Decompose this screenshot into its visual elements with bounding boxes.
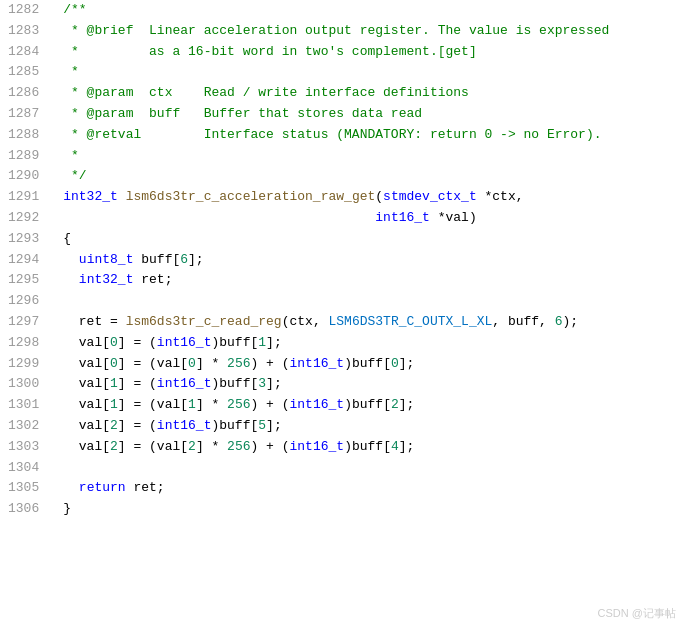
line-code: int16_t *val) bbox=[55, 208, 688, 229]
line-code: * as a 16-bit word in two's complement.[… bbox=[55, 42, 688, 63]
line-number: 1293 bbox=[0, 229, 55, 250]
table-row: 1294 uint8_t buff[6]; bbox=[0, 250, 688, 271]
line-code: val[0] = (int16_t)buff[1]; bbox=[55, 333, 688, 354]
table-row: 1295 int32_t ret; bbox=[0, 270, 688, 291]
line-number: 1298 bbox=[0, 333, 55, 354]
table-row: 1305 return ret; bbox=[0, 478, 688, 499]
line-number: 1296 bbox=[0, 291, 55, 312]
line-number: 1300 bbox=[0, 374, 55, 395]
line-number: 1305 bbox=[0, 478, 55, 499]
line-number: 1285 bbox=[0, 62, 55, 83]
table-row: 1282/** bbox=[0, 0, 688, 21]
code-editor: 1282/**1283 * @brief Linear acceleration… bbox=[0, 0, 688, 631]
line-code: } bbox=[55, 499, 688, 520]
line-number: 1295 bbox=[0, 270, 55, 291]
line-code: * @param ctx Read / write interface defi… bbox=[55, 83, 688, 104]
table-row: 1292 int16_t *val) bbox=[0, 208, 688, 229]
line-number: 1302 bbox=[0, 416, 55, 437]
table-row: 1297 ret = lsm6ds3tr_c_read_reg(ctx, LSM… bbox=[0, 312, 688, 333]
table-row: 1286 * @param ctx Read / write interface… bbox=[0, 83, 688, 104]
line-number: 1292 bbox=[0, 208, 55, 229]
line-number: 1284 bbox=[0, 42, 55, 63]
table-row: 1301 val[1] = (val[1] * 256) + (int16_t)… bbox=[0, 395, 688, 416]
line-code: val[1] = (int16_t)buff[3]; bbox=[55, 374, 688, 395]
line-number: 1286 bbox=[0, 83, 55, 104]
line-code: val[0] = (val[0] * 256) + (int16_t)buff[… bbox=[55, 354, 688, 375]
line-code: int32_t lsm6ds3tr_c_acceleration_raw_get… bbox=[55, 187, 688, 208]
table-row: 1287 * @param buff Buffer that stores da… bbox=[0, 104, 688, 125]
line-code: uint8_t buff[6]; bbox=[55, 250, 688, 271]
line-number: 1294 bbox=[0, 250, 55, 271]
line-number: 1304 bbox=[0, 458, 55, 479]
line-number: 1282 bbox=[0, 0, 55, 21]
table-row: 1300 val[1] = (int16_t)buff[3]; bbox=[0, 374, 688, 395]
code-content: 1282/**1283 * @brief Linear acceleration… bbox=[0, 0, 688, 520]
table-row: 1290 */ bbox=[0, 166, 688, 187]
line-code: /** bbox=[55, 0, 688, 21]
line-code: ret = lsm6ds3tr_c_read_reg(ctx, LSM6DS3T… bbox=[55, 312, 688, 333]
table-row: 1288 * @retval Interface status (MANDATO… bbox=[0, 125, 688, 146]
line-number: 1283 bbox=[0, 21, 55, 42]
line-code: */ bbox=[55, 166, 688, 187]
table-row: 1303 val[2] = (val[2] * 256) + (int16_t)… bbox=[0, 437, 688, 458]
line-code: * @brief Linear acceleration output regi… bbox=[55, 21, 688, 42]
line-code: val[2] = (int16_t)buff[5]; bbox=[55, 416, 688, 437]
line-number: 1301 bbox=[0, 395, 55, 416]
line-code: val[2] = (val[2] * 256) + (int16_t)buff[… bbox=[55, 437, 688, 458]
line-number: 1303 bbox=[0, 437, 55, 458]
table-row: 1296 bbox=[0, 291, 688, 312]
watermark: CSDN @记事帖 bbox=[598, 605, 676, 623]
line-code: * @retval Interface status (MANDATORY: r… bbox=[55, 125, 688, 146]
table-row: 1291int32_t lsm6ds3tr_c_acceleration_raw… bbox=[0, 187, 688, 208]
line-code: * bbox=[55, 146, 688, 167]
table-row: 1289 * bbox=[0, 146, 688, 167]
line-code: return ret; bbox=[55, 478, 688, 499]
line-number: 1291 bbox=[0, 187, 55, 208]
table-row: 1285 * bbox=[0, 62, 688, 83]
line-number: 1290 bbox=[0, 166, 55, 187]
line-code: val[1] = (val[1] * 256) + (int16_t)buff[… bbox=[55, 395, 688, 416]
table-row: 1298 val[0] = (int16_t)buff[1]; bbox=[0, 333, 688, 354]
line-number: 1287 bbox=[0, 104, 55, 125]
table-row: 1299 val[0] = (val[0] * 256) + (int16_t)… bbox=[0, 354, 688, 375]
line-code: int32_t ret; bbox=[55, 270, 688, 291]
line-number: 1289 bbox=[0, 146, 55, 167]
line-number: 1297 bbox=[0, 312, 55, 333]
table-row: 1302 val[2] = (int16_t)buff[5]; bbox=[0, 416, 688, 437]
table-row: 1283 * @brief Linear acceleration output… bbox=[0, 21, 688, 42]
line-code: { bbox=[55, 229, 688, 250]
table-row: 1284 * as a 16-bit word in two's complem… bbox=[0, 42, 688, 63]
line-code: * @param buff Buffer that stores data re… bbox=[55, 104, 688, 125]
table-row: 1293{ bbox=[0, 229, 688, 250]
line-number: 1299 bbox=[0, 354, 55, 375]
table-row: 1306} bbox=[0, 499, 688, 520]
line-number: 1288 bbox=[0, 125, 55, 146]
line-number: 1306 bbox=[0, 499, 55, 520]
line-code: * bbox=[55, 62, 688, 83]
table-row: 1304 bbox=[0, 458, 688, 479]
